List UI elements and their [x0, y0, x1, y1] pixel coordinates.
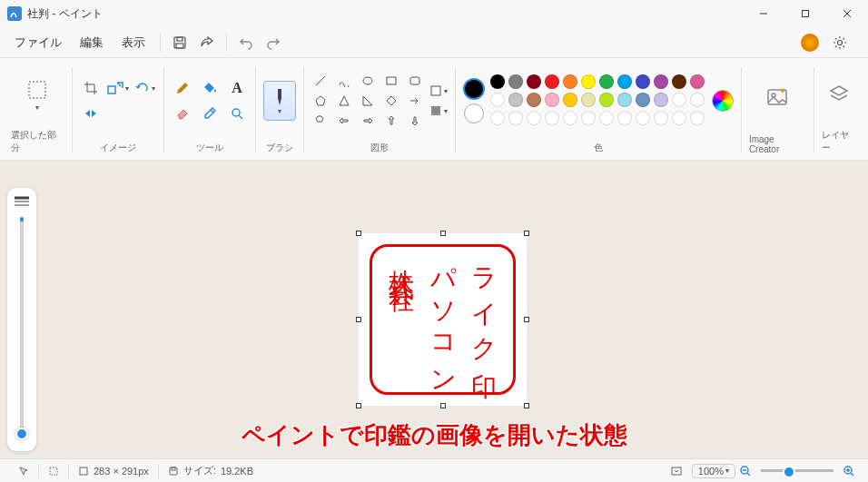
save-button[interactable]: [166, 29, 193, 56]
layers-button[interactable]: [824, 79, 854, 110]
resize-handle[interactable]: [440, 403, 446, 408]
color-swatch[interactable]: [599, 111, 614, 125]
svg-rect-19: [170, 467, 177, 475]
color-swatch[interactable]: [508, 74, 523, 89]
resize-handle[interactable]: [524, 403, 529, 408]
shape-outline-button[interactable]: ▾: [429, 84, 448, 97]
color-swatch[interactable]: [490, 111, 505, 125]
resize-handle[interactable]: [440, 231, 446, 236]
color-swatch[interactable]: [490, 74, 505, 89]
color-swatch[interactable]: [672, 111, 686, 125]
color-swatch[interactable]: [527, 111, 541, 125]
chevron-down-icon: ▾: [35, 103, 39, 112]
color-swatch[interactable]: [654, 111, 668, 125]
fill-tool[interactable]: [199, 77, 221, 99]
edit-colors-button[interactable]: [712, 90, 734, 112]
color-swatch[interactable]: [527, 74, 541, 89]
color-swatch[interactable]: [563, 111, 577, 125]
text-tool[interactable]: A: [226, 77, 248, 99]
group-image-creator: Image Creator: [744, 62, 812, 158]
zoom-slider[interactable]: [761, 469, 833, 472]
canvas[interactable]: 株式会社 パソコン ライク印: [359, 233, 527, 406]
resize-handle[interactable]: [356, 317, 361, 322]
rotate-button[interactable]: ▾: [134, 77, 156, 99]
color-swatch[interactable]: [672, 74, 686, 89]
user-avatar[interactable]: [801, 34, 819, 52]
color-swatch[interactable]: [690, 93, 705, 107]
image-creator-button[interactable]: [762, 82, 793, 113]
color-swatch[interactable]: [599, 74, 614, 89]
undo-button[interactable]: [232, 29, 260, 56]
resize-handle[interactable]: [524, 231, 529, 236]
color-swatch[interactable]: [581, 74, 596, 89]
color-swatch[interactable]: [636, 74, 650, 89]
menu-edit[interactable]: 編集: [71, 29, 113, 56]
color-swatch[interactable]: [545, 93, 559, 107]
annotation-text: ペイントで印鑑の画像を開いた状態: [0, 419, 868, 451]
color-swatch[interactable]: [581, 93, 596, 107]
color-swatch[interactable]: [563, 74, 577, 89]
minimize-button[interactable]: [743, 0, 784, 27]
flip-button[interactable]: [80, 103, 102, 124]
selection-tool[interactable]: ▾: [16, 78, 58, 112]
menu-file[interactable]: ファイル: [5, 29, 71, 56]
redo-button[interactable]: [260, 29, 287, 56]
canvas-container: 株式会社 パソコン ライク印: [359, 233, 527, 406]
eraser-tool[interactable]: [172, 103, 193, 124]
group-label: ツール: [196, 140, 223, 158]
color-swatch[interactable]: [527, 93, 541, 107]
color-swatch[interactable]: [617, 74, 632, 89]
color-swatch[interactable]: [490, 93, 505, 107]
color-swatch[interactable]: [508, 111, 523, 125]
color-swatch[interactable]: [654, 93, 668, 107]
pencil-tool[interactable]: [172, 77, 193, 99]
zoom-in-button[interactable]: [839, 465, 859, 477]
color-swatch[interactable]: [545, 74, 559, 89]
crop-button[interactable]: [80, 77, 102, 99]
menu-view[interactable]: 表示: [113, 29, 154, 56]
color-swatch[interactable]: [617, 111, 632, 125]
color-swatch[interactable]: [636, 93, 650, 107]
zoom-dropdown[interactable]: 100% ▾: [692, 464, 735, 478]
svg-rect-13: [431, 86, 440, 95]
color-swatch[interactable]: [581, 111, 596, 125]
color-swatch[interactable]: [563, 93, 577, 107]
group-brushes: ▾ ブラシ: [258, 62, 301, 158]
workspace[interactable]: 株式会社 パソコン ライク印 ペイントで印鑑の画像を開いた状態: [0, 161, 868, 458]
thickness-slider[interactable]: [20, 217, 24, 435]
color-swatch[interactable]: [599, 93, 614, 107]
color-swatch[interactable]: [636, 111, 650, 125]
eyedropper-tool[interactable]: [199, 103, 221, 124]
separator: [303, 67, 304, 152]
shapes-gallery[interactable]: [311, 73, 424, 129]
resize-handle[interactable]: [524, 317, 529, 322]
stamp-text: 株式会社 パソコン ライク印: [375, 250, 510, 389]
resize-button[interactable]: ▾: [107, 77, 129, 99]
color-swatch[interactable]: [617, 93, 632, 107]
settings-button[interactable]: [826, 29, 853, 56]
color-secondary[interactable]: [464, 103, 484, 123]
color-swatch[interactable]: [690, 74, 705, 89]
zoom-out-button[interactable]: [735, 465, 755, 477]
color-swatch[interactable]: [545, 111, 559, 125]
color-swatch[interactable]: [690, 111, 705, 125]
separator: [814, 67, 814, 152]
fit-screen-button[interactable]: [661, 465, 692, 477]
group-tools: A ツール: [166, 62, 253, 158]
color-swatch[interactable]: [508, 93, 523, 107]
color-primary[interactable]: [463, 78, 485, 100]
shape-fill-button[interactable]: ▾: [429, 104, 448, 117]
color-swatch[interactable]: [654, 74, 668, 89]
selection-size: [39, 466, 68, 477]
magnifier-tool[interactable]: [226, 103, 248, 124]
close-button[interactable]: [826, 0, 868, 27]
stamp-col-1: 株式会社: [386, 250, 417, 389]
resize-handle[interactable]: [356, 403, 361, 408]
resize-handle[interactable]: [356, 231, 361, 236]
color-swatch[interactable]: [672, 93, 686, 107]
status-bar: 283 × 291px サイズ: 19.2KB 100% ▾: [0, 458, 868, 482]
brush-picker[interactable]: ▾: [263, 81, 296, 121]
share-button[interactable]: [193, 29, 221, 56]
size-value: 19.2KB: [221, 466, 253, 477]
maximize-button[interactable]: [784, 0, 826, 27]
